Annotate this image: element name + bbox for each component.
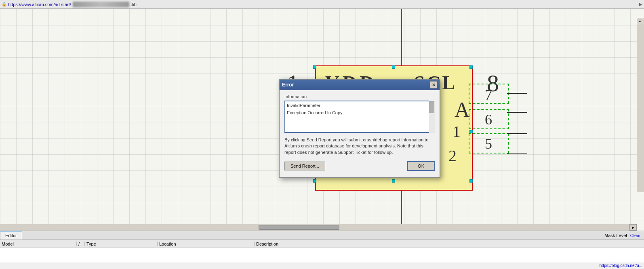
table-header: Model / Type Location Description bbox=[0, 240, 644, 248]
col-slash-header: / bbox=[77, 242, 85, 246]
handle-mr bbox=[469, 130, 473, 133]
info-line1: InvalidParameter bbox=[287, 103, 432, 108]
editor-tab-label: Editor bbox=[5, 233, 17, 238]
h-line-4 bbox=[507, 153, 527, 154]
dialog-info-box-wrapper: InvalidParameter Exception Occurred In C… bbox=[284, 101, 435, 133]
error-dialog: Error ✕ Information InvalidParameter Exc… bbox=[279, 79, 440, 178]
info-line2: Exception Occurred In Copy bbox=[287, 110, 432, 115]
dialog-buttons: Send Report... OK bbox=[284, 161, 435, 173]
dialog-title: Error bbox=[282, 82, 294, 88]
url-bar: 🔒 https://www.altium.com/ad-start/ .lib bbox=[2, 2, 137, 7]
file-ext: .lib bbox=[131, 2, 137, 7]
send-report-button[interactable]: Send Report... bbox=[284, 162, 325, 170]
number-5: 5 bbox=[485, 135, 492, 152]
handle-tm bbox=[392, 65, 395, 69]
table-body bbox=[0, 248, 644, 262]
dialog-body: Information InvalidParameter Exception O… bbox=[280, 90, 440, 177]
hscroll-right-btn[interactable]: ▶ bbox=[629, 224, 637, 231]
hscroll-thumb[interactable] bbox=[259, 225, 339, 230]
number-7: 7 bbox=[485, 86, 492, 103]
status-bar: https://blog.csdn.net/u... bbox=[0, 262, 644, 269]
col-description-header: Description bbox=[255, 242, 644, 246]
col-model-header: Model bbox=[0, 242, 77, 246]
status-url: https://blog.csdn.net/u... bbox=[600, 263, 642, 268]
handle-br bbox=[469, 179, 473, 183]
number-6: 6 bbox=[485, 111, 492, 128]
handle-bl bbox=[313, 179, 316, 183]
handle-bm bbox=[392, 179, 395, 183]
h-line-2 bbox=[507, 112, 527, 113]
handle-tr bbox=[469, 65, 473, 69]
col-location-header: Location bbox=[158, 242, 255, 246]
editor-tab-bar: Editor Mask Level Clear bbox=[0, 231, 644, 240]
ok-button[interactable]: OK bbox=[407, 161, 435, 171]
scroll-right-arrow[interactable]: ▶ bbox=[639, 2, 642, 6]
titlebar: 🔒 https://www.altium.com/ad-start/ .lib … bbox=[0, 0, 644, 9]
handle-tl bbox=[313, 65, 316, 69]
vscroll-up-btn[interactable]: ▲ bbox=[637, 18, 643, 24]
dialog-info-scrollbar[interactable] bbox=[429, 101, 435, 133]
h-line-3 bbox=[507, 133, 527, 134]
col-type-header: Type bbox=[85, 242, 158, 246]
h-line-1 bbox=[507, 93, 527, 94]
url-text: https://www.altium.com/ad-start/ bbox=[8, 2, 71, 7]
mask-level-label: Mask Level bbox=[604, 233, 627, 238]
dialog-info-label: Information bbox=[284, 94, 435, 99]
clear-button[interactable]: Clear bbox=[630, 233, 641, 238]
editor-tab-button[interactable]: Editor bbox=[0, 231, 22, 240]
number-2-box: 2 bbox=[448, 146, 457, 165]
mask-level-area: Mask Level Clear bbox=[604, 231, 644, 240]
dialog-description: By clicking Send Report you will submit … bbox=[284, 137, 435, 156]
vertical-scrollbar[interactable]: ▲ bbox=[637, 18, 644, 192]
dialog-info-box[interactable]: InvalidParameter Exception Occurred In C… bbox=[284, 101, 435, 133]
horizontal-scrollbar[interactable]: ▶ bbox=[0, 224, 637, 231]
tab-title-blurred bbox=[73, 2, 129, 7]
letter-a: A bbox=[455, 98, 470, 122]
bottom-panel: Editor Mask Level Clear Model / Type Loc… bbox=[0, 231, 644, 269]
dialog-titlebar: Error ✕ bbox=[280, 80, 440, 90]
number-1-box: 1 bbox=[452, 122, 461, 141]
dialog-close-button[interactable]: ✕ bbox=[430, 81, 437, 88]
dialog-info-scroll-thumb[interactable] bbox=[429, 101, 434, 113]
